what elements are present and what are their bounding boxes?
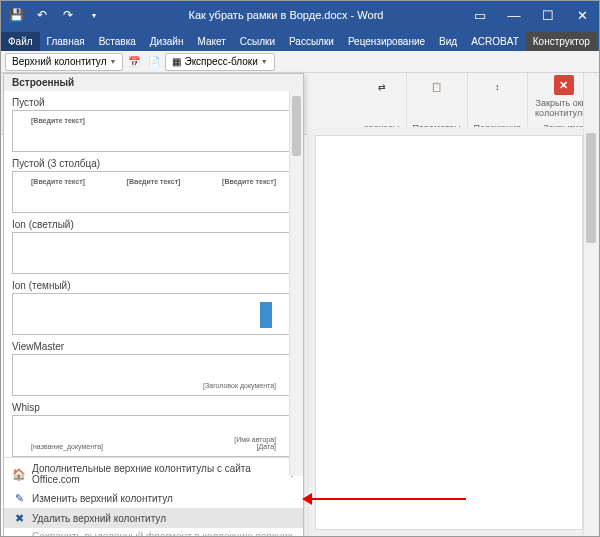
date-time-icon[interactable]: 📅 bbox=[125, 53, 143, 71]
office-icon: 🏠 bbox=[12, 467, 26, 481]
preview-whisp: [название_документа] [Имя автора] [Дата] bbox=[12, 415, 295, 457]
more-headers-office[interactable]: 🏠 Дополнительные верхние колонтитулы с с… bbox=[4, 460, 303, 488]
title-bar: 💾 ↶ ↷ ▾ Как убрать рамки в Ворде.docx - … bbox=[1, 1, 599, 29]
gallery-item-ion-dark[interactable]: Ion (темный) bbox=[12, 280, 295, 335]
window-title: Как убрать рамки в Ворде.docx - Word bbox=[109, 9, 463, 21]
tab-references[interactable]: Ссылки bbox=[233, 32, 282, 51]
chevron-down-icon: ▼ bbox=[261, 58, 268, 65]
ribbon-group-options[interactable]: 📋 Параметры bbox=[407, 73, 468, 134]
minimize-icon[interactable]: — bbox=[497, 1, 531, 29]
preview-ion-light bbox=[12, 232, 295, 274]
save-selection-to-gallery: 💾 Сохранить выделенный фрагмент в коллек… bbox=[4, 528, 303, 537]
remove-icon: ✖ bbox=[12, 511, 26, 525]
tab-layout[interactable]: Макет bbox=[190, 32, 232, 51]
gallery-scrollbar-thumb[interactable] bbox=[292, 96, 301, 156]
chevron-down-icon: ▼ bbox=[110, 58, 117, 65]
close-header-button[interactable]: ✕ bbox=[554, 75, 574, 95]
preview-blank-3col: [Введите текст] [Введите текст] [Введите… bbox=[12, 171, 295, 213]
tab-insert[interactable]: Вставка bbox=[92, 32, 143, 51]
blocks-icon: ▦ bbox=[172, 56, 181, 67]
tab-view[interactable]: Вид bbox=[432, 32, 464, 51]
ribbon-options-icon[interactable]: ▭ bbox=[463, 1, 497, 29]
maximize-icon[interactable]: ☐ bbox=[531, 1, 565, 29]
window-controls: ▭ — ☐ ✕ bbox=[463, 1, 599, 29]
scrollbar-thumb[interactable] bbox=[586, 133, 596, 243]
tab-review[interactable]: Рецензирование bbox=[341, 32, 432, 51]
tab-home[interactable]: Главная bbox=[40, 32, 92, 51]
preview-blank: [Введите текст] bbox=[12, 110, 295, 152]
remove-header[interactable]: ✖ Удалить верхний колонтитул bbox=[4, 508, 303, 528]
preview-ion-dark bbox=[12, 293, 295, 335]
gallery-item-blank[interactable]: Пустой [Введите текст] bbox=[12, 97, 295, 152]
gallery-scrollbar[interactable] bbox=[289, 90, 303, 476]
edit-header[interactable]: ✎ Изменить верхний колонтитул bbox=[4, 488, 303, 508]
close-icon[interactable]: ✕ bbox=[565, 1, 599, 29]
tab-constructor[interactable]: Конструктор bbox=[526, 32, 597, 51]
redo-icon[interactable]: ↷ bbox=[59, 6, 77, 24]
vertical-scrollbar[interactable] bbox=[583, 73, 598, 535]
quick-access-toolbar: 💾 ↶ ↷ ▾ bbox=[1, 6, 109, 24]
document-info-icon[interactable]: 📄 bbox=[145, 53, 163, 71]
position-icon: ↕ bbox=[485, 75, 509, 99]
ribbon-group-transitions[interactable]: ⇄ ереходы bbox=[358, 73, 407, 134]
header-gallery-dropdown: Встроенный Пустой [Введите текст] Пустой… bbox=[3, 73, 304, 537]
express-blocks-button[interactable]: ▦ Экспресс-блоки ▼ bbox=[165, 53, 274, 71]
header-dropdown-button[interactable]: Верхний колонтитул ▼ bbox=[5, 53, 123, 71]
save-icon[interactable]: 💾 bbox=[7, 6, 25, 24]
gallery-item-viewmaster[interactable]: ViewMaster [Заголовок документа] bbox=[12, 341, 295, 396]
gallery-footer: 🏠 Дополнительные верхние колонтитулы с с… bbox=[4, 457, 303, 537]
edit-icon: ✎ bbox=[12, 491, 26, 505]
gallery-item-whisp[interactable]: Whisp [название_документа] [Имя автора] … bbox=[12, 402, 295, 457]
options-icon: 📋 bbox=[425, 75, 449, 99]
annotation-arrow bbox=[306, 498, 466, 500]
header-toolbar: Верхний колонтитул ▼ 📅 📄 ▦ Экспресс-блок… bbox=[1, 51, 599, 73]
tab-mailings[interactable]: Рассылки bbox=[282, 32, 341, 51]
gallery-body: Пустой [Введите текст] Пустой (3 столбца… bbox=[4, 91, 303, 457]
ribbon-group-position[interactable]: ↕ Положение bbox=[468, 73, 529, 134]
tab-design[interactable]: Дизайн bbox=[143, 32, 191, 51]
tab-acrobat[interactable]: ACROBAT bbox=[464, 32, 526, 51]
customize-qat-icon[interactable]: ▾ bbox=[85, 6, 103, 24]
gallery-item-ion-light[interactable]: Ion (светлый) bbox=[12, 219, 295, 274]
transitions-icon: ⇄ bbox=[370, 75, 394, 99]
tab-file[interactable]: Файл bbox=[1, 32, 40, 51]
gallery-section-builtin: Встроенный bbox=[4, 74, 303, 91]
ribbon-tabs: Файл Главная Вставка Дизайн Макет Ссылки… bbox=[1, 29, 599, 51]
gallery-item-blank-3col[interactable]: Пустой (3 столбца) [Введите текст] [Введ… bbox=[12, 158, 295, 213]
undo-icon[interactable]: ↶ bbox=[33, 6, 51, 24]
preview-viewmaster: [Заголовок документа] bbox=[12, 354, 295, 396]
document-page[interactable] bbox=[315, 135, 583, 530]
accent-bar bbox=[260, 302, 272, 328]
